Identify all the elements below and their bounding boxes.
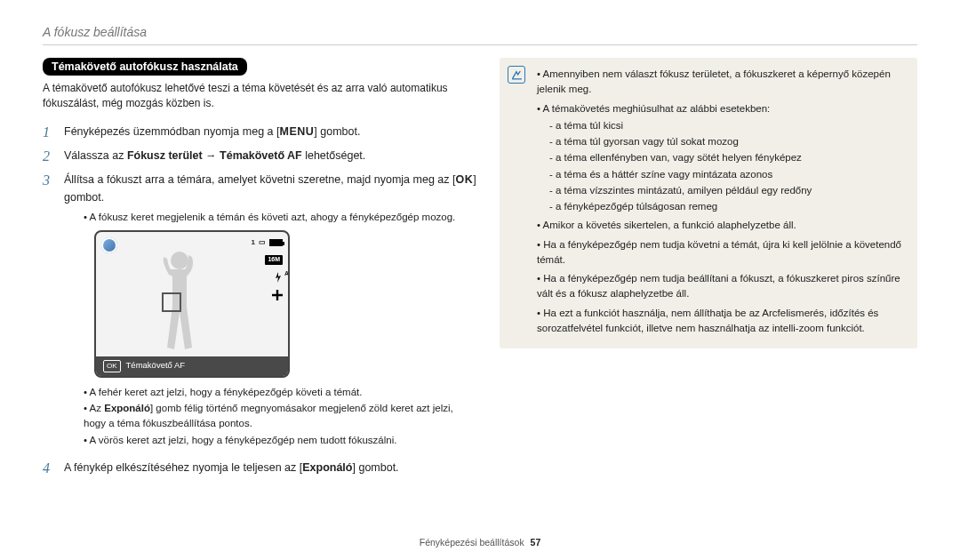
note-box: Amennyiben nem választ fókusz területet,… bbox=[500, 58, 917, 348]
note-dash-item: a téma túl kicsi bbox=[549, 118, 907, 133]
step-number: 1 bbox=[43, 124, 55, 140]
step4-b: Exponáló bbox=[302, 461, 352, 474]
stabilizer-icon bbox=[272, 290, 283, 300]
step-number: 4 bbox=[43, 460, 55, 476]
section-chip: Témakövető autofókusz használata bbox=[43, 58, 247, 76]
note-dash-item: a téma és a háttér színe vagy mintázata … bbox=[549, 167, 907, 182]
hud-right-stack: 1 ▭ 16M A bbox=[252, 237, 283, 300]
step-4: 4 A fénykép elkészítéséhez nyomja le tel… bbox=[43, 460, 476, 476]
preview-bottom-bar: OK Témakövető AF bbox=[96, 356, 288, 376]
page-number: 57 bbox=[531, 537, 541, 548]
note-dash-item: a téma túl gyorsan vagy túl sokat mozog bbox=[549, 134, 907, 149]
note-dash-item: a fényképezőgép túlságosan remeg bbox=[549, 199, 907, 214]
note-dash-item: a téma vízszintes mintázatú, amilyen pél… bbox=[549, 183, 907, 198]
content-columns: Témakövető autofókusz használata A témak… bbox=[43, 58, 917, 484]
step2-b: Fókusz terület bbox=[127, 149, 203, 162]
note-item: Amennyiben nem választ fókusz területet,… bbox=[537, 67, 907, 98]
step-3: 3 Állítsa a fókuszt arra a témára, amely… bbox=[43, 172, 476, 452]
note-dash-list: a téma túl kicsia téma túl gyorsan vagy … bbox=[537, 118, 907, 215]
step2-a: Válassza az bbox=[64, 149, 127, 162]
bullet: A fehér keret azt jelzi, hogy a fényképe… bbox=[84, 385, 476, 400]
ok-button-icon: OK bbox=[455, 173, 473, 186]
note-item: A témakövetés meghiúsulhat az alábbi ese… bbox=[537, 101, 907, 215]
note-item: Ha a fényképezőgép nem tudja követni a t… bbox=[537, 237, 907, 268]
focus-frame-icon bbox=[162, 292, 181, 312]
preview-mode-label: Témakövető AF bbox=[126, 359, 186, 372]
menu-button-icon: MENU bbox=[280, 125, 315, 138]
card-count: 1 bbox=[252, 237, 255, 248]
step2-c: Témakövető AF bbox=[220, 149, 302, 162]
step3-after-bullets: A fehér keret azt jelzi, hogy a fényképe… bbox=[84, 385, 476, 448]
note-dash-item: a téma ellenfényben van, vagy sötét hely… bbox=[549, 150, 907, 165]
intro-text: A témakövető autofókusz lehetővé teszi a… bbox=[43, 81, 476, 111]
bullet: A fókusz keret megjelenik a témán és köv… bbox=[84, 210, 476, 225]
note-item: Ha a fényképezőgép nem tudja beállítani … bbox=[537, 271, 907, 302]
step2-arrow: → bbox=[203, 149, 220, 162]
step4-c: ] gombot. bbox=[352, 461, 398, 474]
breadcrumb-header: A fókusz beállítása bbox=[43, 25, 917, 39]
note-icon bbox=[508, 66, 525, 84]
note-item: Ha ezt a funkciót használja, nem állítha… bbox=[537, 306, 907, 337]
resolution-badge: 16M bbox=[265, 255, 283, 265]
sd-card-icon: ▭ bbox=[259, 237, 266, 248]
step4-a: A fénykép elkészítéséhez nyomja le telje… bbox=[64, 461, 302, 474]
page-footer: Fényképezési beállítások 57 bbox=[0, 537, 960, 548]
note-list: Amennyiben nem választ fókusz területet,… bbox=[537, 67, 907, 336]
flash-auto-icon: A bbox=[274, 272, 283, 283]
note-item: Amikor a követés sikertelen, a funkció a… bbox=[537, 218, 907, 233]
battery-icon bbox=[269, 239, 283, 246]
right-column: Amennyiben nem választ fókusz területet,… bbox=[500, 58, 917, 484]
footer-label: Fényképezési beállítások bbox=[420, 537, 524, 548]
step1-text-pre: Fényképezés üzemmódban nyomja meg a [ bbox=[64, 125, 280, 138]
bullet: A vörös keret azt jelzi, hogy a fényképe… bbox=[84, 433, 476, 448]
svg-point-0 bbox=[171, 252, 188, 269]
camera-preview: 1 ▭ 16M A OK Témakövető AF bbox=[94, 230, 290, 378]
step-2: 2 Válassza az Fókusz terület → Témakövet… bbox=[43, 148, 476, 164]
left-column: Témakövető autofókusz használata A témak… bbox=[43, 58, 476, 484]
step-number: 3 bbox=[43, 172, 55, 452]
step2-d: lehetőséget. bbox=[302, 149, 366, 162]
header-rule bbox=[43, 44, 917, 45]
step3-a: Állítsa a fókuszt arra a témára, amelyet… bbox=[64, 173, 455, 186]
ok-chip-icon: OK bbox=[103, 360, 121, 372]
step-1: 1 Fényképezés üzemmódban nyomja meg a [M… bbox=[43, 124, 476, 140]
bullet: Az Exponáló] gomb félig történő megnyomá… bbox=[84, 401, 476, 430]
step1-text-post: ] gombot. bbox=[314, 125, 360, 138]
mode-indicator-icon bbox=[101, 237, 117, 253]
step-number: 2 bbox=[43, 148, 55, 164]
